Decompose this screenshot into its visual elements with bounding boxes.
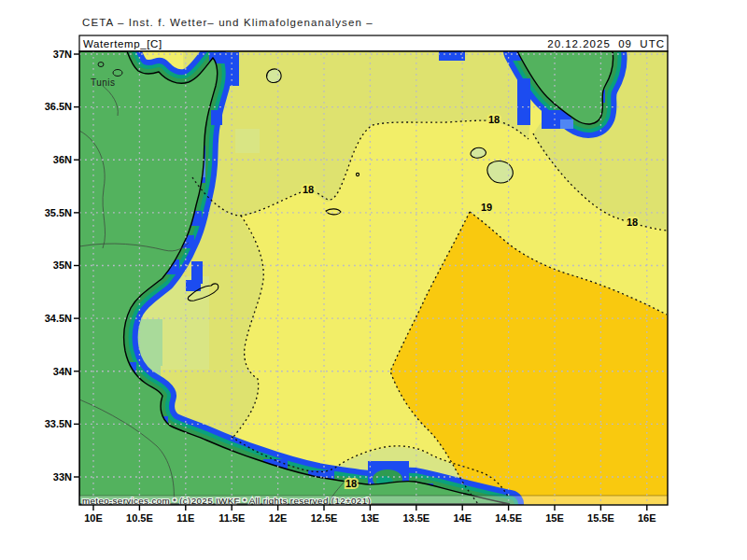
lat-tick-label: 33N [53, 471, 72, 483]
lon-tick-label: 12E [269, 512, 288, 524]
lat-tick-label: 34.5N [45, 313, 72, 324]
lat-tick-label: 33.5N [45, 418, 72, 429]
lat-tick-label: 34N [53, 366, 72, 377]
lat-tick-label: 35N [53, 259, 72, 271]
isotherm-value-label: 18 [627, 217, 638, 228]
pale-patch [235, 129, 260, 153]
lon-tick-label: 14E [453, 512, 472, 524]
lon-tick-label: 14.5E [495, 512, 522, 524]
copyright-text: meteo-services.com * (c)2025 IWKF * All … [82, 496, 371, 506]
product-label: Watertemp_[C] [83, 38, 162, 49]
gozo-island [471, 147, 486, 158]
lon-tick-label: 16E [638, 512, 656, 524]
lat-tick-label: 36N [53, 154, 72, 165]
lon-tick-label: 13.5E [402, 512, 430, 524]
title-bar: Watertemp_[C] 20.12.2025 09 UTC [79, 35, 668, 51]
lon-tick-label: 15.5E [587, 512, 614, 524]
lon-tick-label: 10.5E [126, 512, 153, 524]
lat-tick-label: 35.5N [45, 207, 72, 218]
map-canvas: 1818191818 Tunis meteo-services.com * (c… [79, 51, 668, 506]
lon-tick-label: 11E [176, 512, 194, 524]
lon-tick-label: 15E [545, 512, 564, 524]
pantelleria-island [267, 69, 282, 83]
lon-tick-label: 11.5E [218, 512, 245, 524]
lon-tick-label: 13E [361, 512, 380, 524]
lat-tick-label: 37N [53, 49, 72, 60]
weather-map-image: CETA – Inst. f. Wetter– und Klimafolgena… [0, 0, 747, 560]
header-title: CETA – Inst. f. Wetter– und Klimafolgena… [82, 17, 374, 28]
lon-tick-label: 10E [84, 512, 103, 524]
isotherm-value-label: 19 [481, 202, 492, 213]
isotherm-value-label: 18 [488, 114, 500, 125]
city-label-tunis: Tunis [91, 77, 116, 88]
datetime-label: 20.12.2025 09 UTC [547, 38, 665, 49]
isotherm-value-label: 18 [303, 184, 314, 195]
lat-tick-label: 36.5N [45, 101, 72, 112]
isotherm-value-label: 18 [345, 478, 357, 489]
lon-tick-label: 12.5E [311, 512, 338, 524]
